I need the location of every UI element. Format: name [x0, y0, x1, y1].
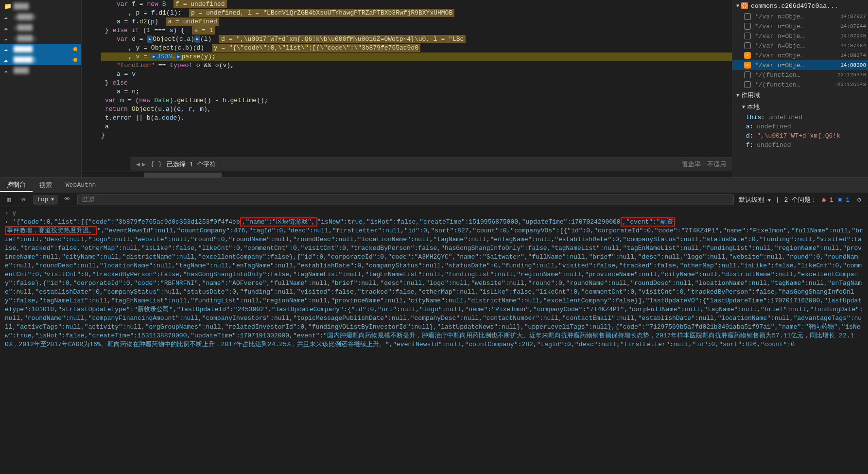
checkbox[interactable] — [744, 23, 751, 30]
coverage-status: 覆盖率：不适用 — [682, 160, 726, 169]
filter-input[interactable] — [77, 194, 734, 205]
local-header[interactable]: ▼本地 — [732, 101, 868, 113]
issues-label: 2 个问题： — [784, 195, 817, 204]
cloud-icon: ☁ — [4, 56, 12, 64]
info-badge[interactable]: ▣ 1 — [838, 196, 850, 204]
console-toolbar: ▥ ⊘ top ▼ 👁 默认级别 ▼ | 2 个问题： ◉ 1 ▣ 1 ⚙ — [0, 193, 868, 207]
folder-icon: 📁 — [4, 2, 12, 10]
file-tree-item[interactable]: ☁█████1 — [0, 54, 81, 65]
cloud-icon: ☁ — [4, 67, 12, 74]
inline-value: p = undefined, l = "LBcnV1QrZGB4bXsuUTYh… — [189, 9, 454, 17]
checkbox[interactable] — [744, 42, 751, 49]
file-tree-item[interactable]: 📁████ — [0, 1, 81, 12]
scope-header[interactable]: ▼作用域 — [732, 89, 868, 101]
breakpoint-item[interactable]: */var n=Obje…14:87945 — [732, 31, 868, 41]
breakpoint-item[interactable]: */(function…22:125543 — [732, 80, 868, 89]
scope-variable[interactable]: a: undefined — [732, 122, 868, 131]
cloud-icon: ☁ — [4, 35, 12, 42]
selection-status: 已选择 1 个字符 — [167, 160, 216, 169]
inline-value: s = 1 — [192, 26, 215, 35]
checkbox[interactable]: ✓ — [744, 62, 751, 69]
breakpoint-item[interactable]: */var n=Obje…14:87984 — [732, 41, 868, 51]
chevron-left-icon[interactable]: ◀ — [136, 160, 140, 168]
file-tree-item[interactable]: ☁a████b — [0, 12, 81, 22]
scope-variable[interactable]: f: undefined — [732, 140, 868, 150]
level-select[interactable]: 默认级别 ▼ — [739, 195, 770, 204]
inline-value: d = ",\u0017`WT+d`xm{.Q6!k\b\u000fM\u001… — [219, 35, 466, 43]
breakpoint-item[interactable]: */var n=Obje…14:87927 — [732, 12, 868, 21]
checkbox[interactable]: ✓ — [744, 52, 751, 59]
highlight-box-2: ,"event":"融资 — [621, 217, 675, 227]
inline-value: f = undefined — [174, 0, 226, 8]
cloud-icon: ☁ — [4, 45, 12, 53]
json-token: JSON — [157, 53, 172, 60]
eye-icon[interactable]: 👁 — [63, 195, 72, 205]
error-badge[interactable]: ◉ 1 — [822, 196, 833, 204]
code-editor[interactable]: var f = new B f = undefined , p = f.d1(l… — [82, 0, 732, 177]
file-tree-item[interactable]: ☁c████ — [0, 22, 81, 33]
console-tab[interactable]: 控制台 — [0, 178, 33, 192]
debug-panel: ▼ {} commons.e206d497c0aa... */var n=Obj… — [732, 0, 868, 177]
highlight-box-1: ,"name":"区块链游戏", — [240, 217, 317, 227]
horizontal-scrollbar[interactable] — [82, 172, 732, 177]
parse-fn: parse — [182, 53, 201, 60]
context-select[interactable]: top ▼ — [33, 195, 58, 205]
scope-variable[interactable]: d: ",\u0017`WT+d`xm{.Q6!k — [732, 131, 868, 140]
file-tree: 📁████☁a████b☁c████☁c████u☁█████☁█████1☁█… — [0, 0, 82, 177]
checkbox[interactable] — [744, 81, 751, 88]
console-output[interactable]: › y ‹ '{"code":0,"list":[{"code":"3b879f… — [0, 207, 868, 474]
breakpoint-item[interactable]: ✓*/var n=Obje…14:88308 — [732, 60, 868, 70]
chevron-right-icon[interactable]: ▶ — [142, 160, 146, 168]
settings-icon[interactable]: ⚙ — [854, 195, 864, 205]
clear-console-icon[interactable]: ⊘ — [18, 195, 28, 205]
debug-file-header[interactable]: ▼ {} commons.e206d497c0aa... — [732, 0, 868, 12]
console-tab[interactable]: WebAuthn — [59, 178, 103, 192]
breakpoint-item[interactable]: */(function…22:125378 — [732, 70, 868, 80]
cloud-icon: ☁ — [4, 13, 12, 21]
inline-value: y = "{\"code\":0,\"list\":[{\"code\":\"3… — [212, 44, 420, 52]
cloud-icon: ☁ — [4, 24, 12, 32]
file-icon: {} — [741, 2, 748, 9]
highlight-box-3: 事件激增，赛道投资热度升温。 — [5, 226, 97, 235]
console-json-output: ‹ '{"code":0,"list":[{"code":"3b879fe765… — [5, 218, 863, 349]
breakpoint-item[interactable]: ✓*/var n=Obje…14:88274 — [732, 51, 868, 60]
file-tree-item[interactable]: ☁█████ — [0, 44, 81, 54]
checkbox[interactable] — [744, 13, 751, 20]
checkbox[interactable] — [744, 71, 751, 78]
checkbox[interactable] — [744, 33, 751, 39]
sidebar-toggle-icon[interactable]: ▥ — [4, 195, 14, 205]
file-tree-item[interactable]: ☁████ — [0, 65, 81, 76]
file-tree-item[interactable]: ☁c████u — [0, 33, 81, 44]
braces-icon[interactable]: { } — [151, 160, 162, 168]
inline-value: a = undefined — [166, 18, 219, 26]
console-tab[interactable]: 搜索 — [33, 178, 59, 192]
console-prompt: › y — [5, 209, 863, 218]
breakpoint-item[interactable]: */var n=Obje…14:87944 — [732, 21, 868, 31]
scope-variable[interactable]: this: undefined — [732, 113, 868, 122]
console-tabs: 控制台搜索WebAuthn — [0, 178, 868, 193]
